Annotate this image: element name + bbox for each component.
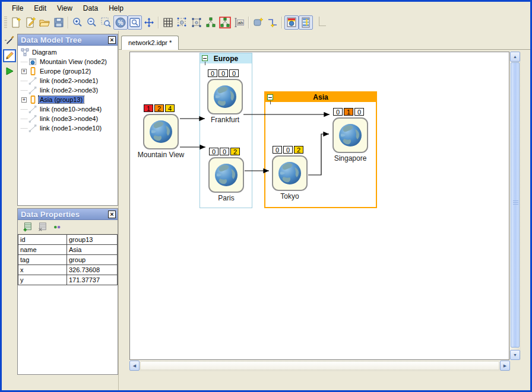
label-tool-button[interactable]: ab	[232, 15, 246, 30]
panel-toggle-button[interactable]	[299, 15, 313, 30]
property-value[interactable]: group13	[67, 235, 118, 245]
zoom-percent-button[interactable]: %	[113, 15, 128, 30]
menu-edit[interactable]: Edit	[28, 3, 52, 14]
vertical-scrollbar[interactable]: ▲ ▼	[510, 52, 521, 360]
property-value[interactable]: 171.37737	[67, 275, 118, 285]
tree-item-link-node1-node10[interactable]: link (node1->node10)	[18, 123, 118, 133]
diagram-canvas[interactable]: EuropeAsia124Mountain View000Frankfurt00…	[129, 52, 509, 360]
properties-filler	[18, 285, 118, 374]
main-area: Data Model Tree × DiagramMountain View (…	[2, 31, 530, 390]
node-label: Paris	[191, 194, 262, 202]
vertical-scroll-thumb[interactable]	[511, 62, 520, 348]
badge: 1	[344, 108, 353, 116]
overview-window-button[interactable]	[128, 15, 142, 30]
save-file-button[interactable]	[52, 15, 66, 30]
open-file-icon	[39, 17, 50, 28]
tree-item-label: link (node3->node4)	[39, 115, 99, 122]
close-icon[interactable]: ×	[108, 36, 116, 44]
select-tool-button[interactable]	[175, 15, 189, 30]
show-types-button[interactable]	[52, 222, 62, 232]
vertical-scroll-track[interactable]	[510, 62, 521, 350]
zoom-out-button[interactable]	[85, 15, 99, 30]
menu-help[interactable]: Help	[103, 3, 129, 14]
tree-item-link-node10-node4[interactable]: link (node10->node4)	[18, 104, 118, 114]
close-icon[interactable]: ×	[108, 211, 116, 218]
create-node-button[interactable]	[251, 15, 265, 30]
link-icon	[28, 124, 37, 132]
scroll-left-button[interactable]: ◀	[129, 361, 140, 371]
badge: 1	[144, 104, 153, 112]
data-model-tree-header: Data Model Tree ×	[18, 34, 118, 46]
node-mountain-view[interactable]	[143, 114, 179, 149]
run-button[interactable]	[3, 65, 16, 78]
badges-tokyo: 002	[273, 146, 303, 154]
transform-tool-button[interactable]	[189, 15, 204, 30]
tree-item-link-node2-node3[interactable]: link (node2->node3)	[18, 85, 118, 95]
property-value[interactable]: 326.73608	[67, 265, 118, 275]
property-key: name	[18, 245, 67, 255]
zoom-in-button[interactable]	[71, 15, 85, 30]
add-property-button[interactable]	[22, 222, 33, 232]
horizontal-scroll-thumb[interactable]	[140, 361, 499, 370]
svg-text:ab: ab	[238, 20, 243, 26]
node-paris[interactable]	[208, 157, 244, 193]
horizontal-scroll-track[interactable]	[140, 361, 500, 371]
node-style-view-button[interactable]	[284, 15, 299, 30]
badge: 0	[283, 146, 293, 154]
tree-item-link-node2-node1[interactable]: link (node2->node1)	[18, 76, 118, 85]
tree-item-label: Mountain View (node2)	[39, 58, 108, 65]
toolbar-grip[interactable]	[4, 17, 7, 28]
badges-singapore: 010	[333, 108, 364, 116]
menu-view[interactable]: View	[52, 3, 78, 14]
tree-layout-selected-button[interactable]	[218, 15, 232, 30]
menu-file[interactable]: File	[7, 3, 28, 14]
tree-guide	[20, 76, 28, 85]
tree-expander[interactable]: +	[20, 95, 28, 104]
style-brush-button[interactable]	[3, 34, 16, 47]
node-tokyo[interactable]	[272, 155, 308, 191]
badge: 0	[333, 108, 343, 116]
pan-tool-button[interactable]	[142, 15, 156, 30]
tree-item-link-node3-node4[interactable]: link (node3->node4)	[18, 114, 118, 123]
badge: 2	[154, 104, 164, 112]
tree-item-diagram[interactable]: Diagram	[18, 47, 118, 57]
data-model-tree-panel: Data Model Tree × DiagramMountain View (…	[17, 34, 118, 206]
tree-item-europe-group12[interactable]: +Europe (group12)	[18, 66, 118, 76]
scroll-down-button[interactable]: ▼	[510, 350, 520, 360]
diagram-icon	[21, 48, 29, 56]
menu-data[interactable]: Data	[78, 3, 103, 14]
badge: 2	[294, 146, 303, 154]
property-row-id: idgroup13	[18, 235, 118, 245]
horizontal-scrollbar[interactable]: ◀ ▶	[129, 361, 510, 371]
badge: 0	[229, 69, 239, 77]
badge: 0	[208, 69, 217, 77]
property-value[interactable]: Asia	[67, 245, 118, 255]
properties-toolbar	[18, 220, 118, 234]
create-link-button[interactable]	[265, 15, 280, 30]
tree-layout-icon	[205, 17, 217, 28]
node-singapore[interactable]	[332, 117, 368, 153]
tree-expander[interactable]: +	[20, 66, 28, 76]
new-document-button[interactable]	[9, 15, 23, 30]
scroll-up-button[interactable]: ▲	[510, 52, 520, 62]
open-file-button[interactable]	[37, 15, 52, 30]
node-frankfurt[interactable]	[207, 79, 243, 114]
group-icon	[28, 95, 37, 104]
tree-guide	[20, 114, 28, 123]
tree-item-asia-group13[interactable]: +Asia (group13)	[18, 95, 118, 104]
tree-item-label: Asia (group13)	[39, 96, 84, 103]
badge: 4	[165, 104, 175, 112]
property-value[interactable]: group	[67, 255, 118, 265]
run-icon	[4, 65, 15, 77]
scroll-right-button[interactable]: ▶	[500, 361, 510, 371]
grid-toggle-button[interactable]	[161, 15, 175, 30]
data-properties-header: Data Properties ×	[18, 209, 118, 220]
tree-item-mountain-view-node2[interactable]: Mountain View (node2)	[18, 57, 118, 66]
main-toolbar: %ab	[2, 14, 530, 31]
data-model-tree-title: Data Model Tree	[21, 36, 82, 44]
edit-pencil-button[interactable]	[3, 49, 16, 62]
edit-wizard-button[interactable]	[23, 15, 37, 30]
tree-layout-button[interactable]	[204, 15, 218, 30]
zoom-area-button[interactable]	[99, 15, 113, 30]
tab-network2[interactable]: network2.idpr *	[121, 36, 179, 50]
